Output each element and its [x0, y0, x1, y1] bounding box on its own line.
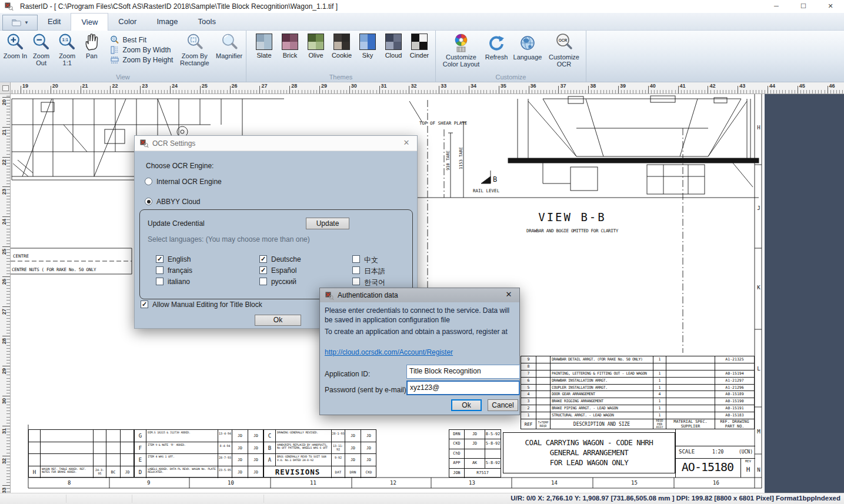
internal-ocr-label[interactable]: Internal OCR Engine: [156, 178, 222, 186]
revision-row-B: BHANDGRIPS REPLACED BY HANDPOSTS, No OFF…: [264, 442, 376, 455]
auth-dialog-titlebar[interactable]: Authentication data ✕: [320, 288, 519, 302]
cell: [41, 430, 94, 442]
abbyy-cloud-radio[interactable]: [145, 198, 152, 205]
zone-number: 15: [631, 480, 638, 486]
revisions-table-right: CDRAWING GENERALLY REVISED.28-1-93JDJDBH…: [263, 429, 376, 478]
theme-swatch-icon: [308, 34, 324, 50]
revision-row-empty: [29, 430, 134, 442]
language-label-한국어[interactable]: 한국어: [364, 278, 385, 288]
maximize-icon[interactable]: ☐: [790, 0, 817, 13]
ruler-number: 27: [1, 308, 7, 316]
language-checkbox-English[interactable]: ✓: [156, 255, 164, 263]
part-qty: 1: [653, 371, 666, 378]
close-icon[interactable]: ✕: [503, 290, 515, 299]
best-fit-button[interactable]: Best Fit: [110, 35, 173, 45]
revision-desc: DIM.S 18215 & J12730 ADDED.: [146, 430, 218, 442]
ruler-number: 31: [1, 427, 7, 435]
ruler-number: 28: [1, 337, 7, 345]
auth-cancel-button[interactable]: Cancel: [488, 399, 518, 411]
rev-label: REV: [741, 459, 755, 463]
minimize-icon[interactable]: ─: [763, 0, 790, 13]
update-button[interactable]: Update: [306, 218, 349, 229]
auth-ok-button[interactable]: Ok: [451, 399, 482, 411]
tab-edit[interactable]: Edit: [38, 13, 71, 31]
language-checkbox-Deutsche[interactable]: ✓: [259, 255, 267, 263]
language-label-русский[interactable]: русский: [271, 278, 296, 286]
revision-ckd: JD: [121, 466, 134, 479]
part-number: A0-15190: [715, 398, 754, 405]
color-wheel-icon: [439, 32, 483, 54]
file-menu-button[interactable]: ▼: [2, 15, 38, 31]
language-checkbox-日本語[interactable]: [352, 266, 360, 274]
revision-ckd: JD: [248, 454, 263, 466]
language-label-Español[interactable]: Español: [271, 266, 296, 275]
part-temp: [536, 363, 551, 371]
parts-table-row: 7PAINTING, LETTERING & FITTING OUT - LEA…: [521, 371, 754, 378]
language-checkbox-한국어[interactable]: [352, 278, 360, 285]
ribbon-group-themes: SlateBrickOliveCookieSkyCloudCinder Them…: [246, 31, 436, 82]
language-checkbox-русский[interactable]: [259, 278, 267, 285]
cell: [106, 430, 121, 442]
part-number: A1-21296: [715, 385, 754, 392]
part-material: [666, 378, 715, 385]
language-checkbox-français[interactable]: [156, 266, 164, 274]
approval-row-DRN: DRNJD8-5-92: [449, 430, 501, 439]
language-label-English[interactable]: English: [168, 255, 191, 263]
password-input[interactable]: xyz123@: [406, 380, 520, 395]
parts-table-row: 5COUPLER INSTALLATION ARRGT.1A1-21296: [521, 385, 754, 392]
tab-view[interactable]: View: [71, 13, 108, 31]
internal-ocr-radio[interactable]: [145, 178, 152, 185]
part-material: [666, 398, 715, 405]
button-label: Zoom 1:1: [54, 52, 80, 66]
status-text: U/R: 0/0 X: 2,766.10 Y: 1,908.97 [731.86…: [511, 495, 840, 502]
drawing-number: AO-15180: [676, 460, 739, 474]
magnifier-icon: [212, 32, 246, 52]
scale-label: SCALE: [679, 449, 695, 455]
revision-drn: JD: [232, 466, 248, 479]
tab-color[interactable]: Color: [108, 13, 146, 31]
best-fit-icon: [110, 35, 119, 45]
ocr-dialog-titlebar[interactable]: OCR Settings ✕: [135, 136, 417, 151]
language-label-Deutsche[interactable]: Deutsche: [271, 255, 301, 263]
ruler-number: 38: [590, 83, 596, 89]
part-material: [666, 363, 715, 371]
language-label-日本語[interactable]: 日本語: [364, 266, 385, 276]
title-block: COAL CARRYING WAGON - CODE NHRH GENERAL …: [503, 432, 675, 473]
abbyy-cloud-label[interactable]: ABBYY Cloud: [156, 198, 201, 206]
tab-image[interactable]: Image: [146, 13, 188, 31]
part-ref: 8: [521, 363, 536, 371]
revision-date: 13-11-92: [332, 442, 345, 455]
close-icon[interactable]: ✕: [401, 138, 412, 147]
part-description: DOOR GEAR ARRANGEMENT: [551, 391, 653, 398]
parts-table-header: REF T=TEMP REQD DESCRIPTION AND SIZE REQ…: [521, 419, 754, 429]
application-id-input[interactable]: Title Block Recognition: [406, 365, 520, 379]
register-link[interactable]: http://cloud.ocrsdk.com/Account/Register: [325, 348, 453, 356]
ruler-corner-icon: [0, 82, 11, 94]
ruler-number: 39: [620, 83, 626, 89]
ocr-ok-button[interactable]: Ok: [255, 315, 301, 326]
theme-swatch-icon: [359, 34, 376, 50]
zoom-by-width-button[interactable]: Zoom By Width: [110, 45, 173, 55]
ruler-number: 43: [739, 83, 745, 89]
choose-engine-label: Choose OCR Engine:: [146, 162, 213, 170]
ruler-number: 45: [799, 83, 805, 89]
allow-manual-editing-checkbox[interactable]: ✓: [141, 301, 148, 308]
close-icon[interactable]: ✕: [817, 0, 844, 13]
revision-desc: LABELS ADDED. DATA PL REVD. WAGON No. PL…: [146, 466, 218, 479]
ruler-number: 46: [829, 83, 835, 89]
language-checkbox-中文[interactable]: [352, 255, 360, 263]
allow-manual-editing-label[interactable]: Allow Manual Editing for Title Block: [152, 301, 262, 309]
app-icon: [140, 139, 149, 148]
ruler-number: 24: [172, 83, 178, 89]
language-checkbox-Español[interactable]: ✓: [259, 266, 267, 274]
approval-value: JD: [465, 430, 485, 439]
language-checkbox-italiano[interactable]: [156, 278, 164, 285]
window-title: RasterID - [ C:\Program Files\CSoft AS\R…: [20, 2, 338, 11]
language-label-中文[interactable]: 中文: [364, 255, 378, 265]
language-label-italiano[interactable]: italiano: [168, 278, 190, 286]
zoom-by-height-button[interactable]: Zoom By Height: [110, 55, 173, 65]
revision-ckd: JD: [361, 430, 376, 442]
part-material: [666, 405, 715, 412]
language-label-français[interactable]: français: [168, 266, 192, 275]
tab-tools[interactable]: Tools: [188, 13, 226, 31]
